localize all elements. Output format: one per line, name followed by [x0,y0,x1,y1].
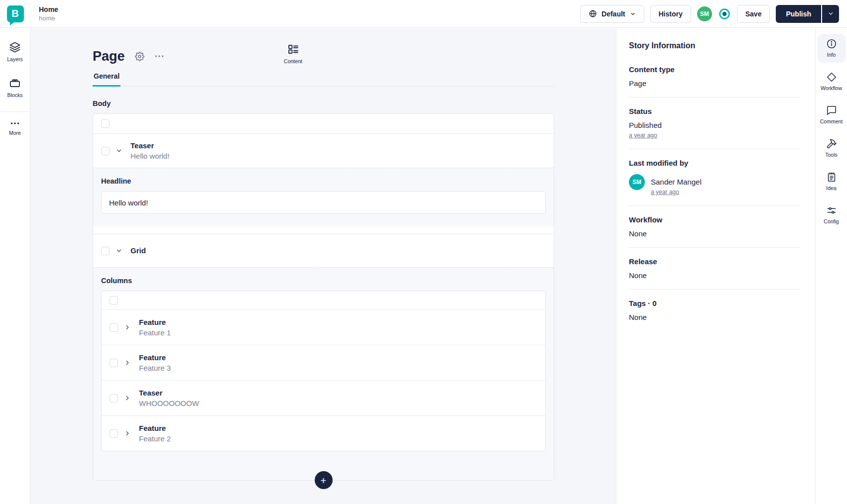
tags-label: Tags · 0 [629,299,800,307]
block-titles: Feature Feature 2 [139,424,171,443]
select-all-row [93,114,554,134]
block-row-feature-2[interactable]: Feature Feature 2 [102,415,545,451]
release-label: Release [629,257,800,266]
body-field-label: Body [93,100,554,107]
block-titles: Feature Feature 3 [139,353,171,373]
preview-status-icon[interactable] [718,7,731,20]
tags-section: Tags · 0 None [629,299,800,331]
block-checkbox[interactable] [110,323,118,332]
chevron-down-icon [630,11,636,17]
storyblok-logo[interactable]: B [7,5,24,22]
grid-expanded-section: Columns Feature Feature 1 [93,267,554,480]
select-all-checkbox[interactable] [101,119,110,128]
workflow-section: Workflow None [629,215,800,248]
left-rail-divider [0,111,30,112]
chevron-right-icon[interactable] [124,324,131,331]
globe-icon [589,9,597,18]
rail-item-idea[interactable]: Idea [818,167,846,196]
block-checkbox[interactable] [101,247,110,255]
left-navigation-rail: Layers Content Blocks More [0,28,30,504]
user-avatar[interactable]: SM [629,174,645,190]
config-sliders-icon [826,205,837,216]
block-row-grid[interactable]: Grid [93,234,554,267]
release-section: Release None [629,257,800,290]
section-spacer [93,226,554,234]
block-title: Feature [139,353,171,362]
add-block-button[interactable]: + [315,471,333,489]
rail-item-tools[interactable]: Tools [818,134,846,163]
chevron-right-icon[interactable] [124,395,131,402]
block-subtitle: Hello world! [130,152,169,161]
rail-item-label: Info [827,52,836,58]
user-avatar[interactable]: SM [697,6,712,21]
more-dots-icon [9,120,20,127]
topbar-actions: Default History SM Save Publish [580,5,847,23]
columns-field-label: Columns [101,277,546,285]
content-type-label: Content type [629,65,800,74]
last-modified-label: Last modified by [629,159,800,167]
user-avatar-initials: SM [632,179,641,186]
breadcrumb: Home home [39,5,58,22]
tab-general[interactable]: General [93,70,121,87]
chevron-down-icon [828,10,834,17]
panel-title: Story Information [629,41,800,50]
last-modified-name: Sander Mangel [651,174,702,186]
block-row-teaser-whooooooow[interactable]: Teaser WHOOOOOOOW [102,380,545,415]
block-subtitle: Feature 1 [139,328,171,337]
nav-item-label: Blocks [7,92,23,98]
rail-item-config[interactable]: Config [818,201,846,229]
last-modified-time-link[interactable]: a year ago [651,189,679,196]
nav-item-blocks[interactable]: Blocks [0,77,30,98]
status-section: Status Published a year ago [629,107,800,149]
block-titles: Feature Feature 1 [139,318,171,337]
block-title: Teaser [139,389,199,398]
workflow-diamond-icon [826,72,837,83]
block-row-feature-1[interactable]: Feature Feature 1 [102,309,545,345]
block-checkbox[interactable] [110,394,118,403]
info-icon [826,38,837,49]
chevron-down-icon[interactable] [116,147,122,154]
block-row-teaser[interactable]: Teaser Hello world! [93,134,554,168]
tags-value: None [629,313,800,321]
save-button-label: Save [745,10,762,18]
body-blocks-card: Teaser Hello world! Headline Grid Colu [93,113,554,481]
right-tools-rail: Info Workflow Comment Tools Idea Config [815,28,847,504]
rail-item-info[interactable]: Info [818,34,846,63]
block-title: Grid [130,246,146,255]
block-checkbox[interactable] [110,429,118,438]
nav-item-layers[interactable]: Layers [0,41,30,62]
block-checkbox[interactable] [101,147,110,155]
last-modified-section: Last modified by SM Sander Mangel a year… [629,159,800,206]
chevron-right-icon[interactable] [124,359,131,366]
nav-item-label: More [9,130,21,136]
block-checkbox[interactable] [110,359,118,367]
editor-tabs: General [93,70,554,87]
status-time-link[interactable]: a year ago [629,132,657,139]
publish-button[interactable]: Publish [776,5,821,23]
publish-options-button[interactable] [822,5,839,23]
rail-item-comment[interactable]: Comment [818,101,846,129]
user-avatar-initials: SM [700,10,709,17]
history-button-label: History [659,10,683,18]
rail-item-workflow[interactable]: Workflow [818,67,846,96]
save-button[interactable]: Save [737,5,770,23]
headline-input[interactable] [101,191,546,214]
workflow-value: None [629,229,800,238]
block-row-feature-3[interactable]: Feature Feature 3 [102,345,545,380]
select-all-checkbox[interactable] [110,296,118,304]
rail-item-label: Comment [820,118,843,124]
content-type-value: Page [629,79,800,88]
editor-area: Page General Body [30,28,616,504]
last-modified-user: SM Sander Mangel a year ago [629,174,800,196]
history-button[interactable]: History [650,5,691,23]
chevron-right-icon[interactable] [124,430,131,437]
nav-item-content[interactable]: Content [62,43,524,64]
status-value: Published [629,121,800,129]
nav-item-more[interactable]: More [0,120,30,136]
tools-hammer-icon [826,138,837,149]
language-selector-button[interactable]: Default [580,5,644,23]
topbar: B Home home Default History SM Save P [0,0,847,28]
teaser-expanded-section: Headline [93,168,554,226]
block-titles: Teaser WHOOOOOOOW [139,389,199,408]
chevron-down-icon[interactable] [116,247,122,254]
